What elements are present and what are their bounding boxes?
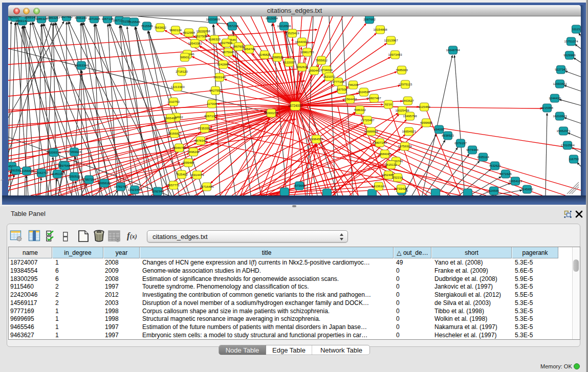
svg-text:15751074: 15751074 (564, 39, 578, 43)
svg-text:164095: 164095 (434, 127, 445, 131)
svg-text:924565: 924565 (489, 189, 499, 192)
svg-text:7515546: 7515546 (141, 24, 153, 28)
svg-text:1965493: 1965493 (164, 116, 177, 120)
svg-text:2718120: 2718120 (176, 70, 188, 73)
svg-text:1615132: 1615132 (385, 163, 397, 166)
svg-text:2803144: 2803144 (213, 75, 226, 79)
svg-text:19166827: 19166827 (167, 132, 182, 135)
svg-text:6216: 6216 (385, 102, 392, 106)
svg-text:6466160: 6466160 (75, 16, 87, 19)
svg-text:2935114: 2935114 (477, 155, 489, 159)
svg-text:13716485: 13716485 (200, 185, 214, 188)
svg-text:7515546: 7515546 (128, 20, 140, 24)
svg-text:12923448: 12923448 (127, 188, 142, 191)
svg-text:12042737: 12042737 (34, 171, 49, 174)
svg-text:1733426: 1733426 (395, 187, 407, 190)
svg-text:1463627: 1463627 (402, 99, 414, 102)
svg-text:9329966: 9329966 (563, 53, 576, 57)
svg-text:16648784: 16648784 (446, 48, 460, 52)
svg-text:1527602: 1527602 (60, 16, 73, 18)
svg-text:10543382: 10543382 (188, 41, 202, 45)
svg-text:746206: 746206 (348, 83, 359, 86)
svg-text:9734024: 9734024 (320, 68, 333, 72)
svg-text:1244419: 1244419 (549, 96, 561, 100)
svg-text:18724007: 18724007 (288, 104, 303, 107)
svg-text:9777169: 9777169 (332, 80, 344, 83)
svg-text:10025438: 10025438 (395, 108, 409, 112)
svg-text:7086322: 7086322 (354, 108, 366, 112)
svg-text:9657771: 9657771 (167, 183, 180, 187)
svg-text:1010753: 1010753 (167, 100, 180, 103)
svg-text:10975887: 10975887 (58, 164, 72, 167)
svg-text:7625402: 7625402 (176, 172, 188, 176)
svg-text:16782759: 16782759 (114, 185, 128, 188)
svg-text:9327504: 9327504 (220, 41, 232, 45)
svg-text:18807249: 18807249 (373, 141, 387, 144)
svg-text:10958107: 10958107 (97, 181, 112, 185)
svg-text:16654923: 16654923 (402, 129, 416, 133)
svg-text:1621072: 1621072 (323, 75, 335, 78)
svg-text:8454749: 8454749 (243, 47, 255, 51)
svg-text:20053346: 20053346 (74, 63, 89, 67)
svg-text:8267130: 8267130 (204, 114, 216, 118)
svg-text:17359924: 17359924 (67, 150, 81, 154)
svg-text:11121: 11121 (572, 27, 581, 31)
svg-text:117006: 117006 (207, 102, 217, 105)
svg-text:687508: 687508 (337, 87, 347, 91)
svg-text:7955812: 7955812 (315, 58, 328, 62)
svg-text:13495798: 13495798 (403, 114, 417, 118)
svg-text:12353594: 12353594 (198, 126, 212, 130)
svg-text:12093822: 12093822 (553, 82, 567, 85)
svg-text:98901: 98901 (181, 55, 190, 59)
svg-text:15720407: 15720407 (360, 118, 375, 122)
svg-text:21564436: 21564436 (343, 97, 357, 101)
svg-text:116753: 116753 (569, 157, 579, 161)
svg-text:12213967: 12213967 (384, 38, 398, 42)
svg-text:9242848: 9242848 (217, 62, 229, 66)
svg-text:16640910: 16640910 (295, 40, 309, 43)
svg-text:9099487: 9099487 (182, 161, 194, 164)
svg-text:3024534: 3024534 (358, 90, 370, 94)
svg-text:1990443: 1990443 (308, 69, 320, 72)
svg-text:10807487: 10807487 (367, 96, 381, 100)
svg-text:16033809: 16033809 (206, 17, 220, 21)
svg-text:8471626: 8471626 (499, 172, 512, 176)
svg-text:7485003: 7485003 (396, 68, 408, 72)
svg-text:16210643: 16210643 (553, 114, 567, 118)
svg-text:12213303: 12213303 (170, 85, 185, 89)
svg-text:9427552: 9427552 (209, 89, 222, 92)
svg-text:10688609: 10688609 (364, 129, 378, 133)
svg-text:9660124: 9660124 (169, 28, 182, 32)
svg-text:7663822: 7663822 (154, 26, 166, 29)
svg-text:16914479: 16914479 (190, 173, 204, 177)
svg-text:9474444: 9474444 (466, 148, 478, 151)
svg-text:10154808: 10154808 (373, 28, 387, 31)
svg-text:9227343: 9227343 (555, 68, 567, 71)
svg-text:1388520: 1388520 (271, 55, 284, 59)
svg-text:252214: 252214 (393, 176, 403, 179)
svg-text:10654112: 10654112 (509, 179, 522, 183)
svg-text:12156829: 12156829 (19, 169, 34, 172)
svg-text:9327505: 9327505 (195, 34, 207, 38)
svg-text:10973493: 10973493 (388, 53, 402, 56)
svg-text:8215958: 8215958 (541, 106, 553, 110)
svg-text:13525419: 13525419 (285, 31, 299, 35)
svg-text:19384554: 19384554 (309, 137, 323, 141)
svg-text:9146821: 9146821 (258, 53, 271, 56)
svg-text:10961755: 10961755 (300, 50, 314, 54)
svg-text:15652971: 15652971 (556, 129, 571, 133)
svg-text:1573648: 1573648 (293, 184, 306, 187)
svg-text:15300275: 15300275 (264, 111, 278, 115)
svg-text:1362615: 1362615 (296, 65, 308, 69)
svg-text:14136141: 14136141 (372, 184, 386, 188)
svg-text:10046786: 10046786 (172, 146, 186, 149)
svg-text:10218506: 10218506 (277, 24, 291, 28)
svg-text:8912954: 8912954 (183, 31, 195, 34)
svg-text:17010504: 17010504 (560, 143, 575, 147)
svg-text:8878342: 8878342 (194, 139, 207, 142)
svg-text:1350515: 1350515 (68, 174, 80, 178)
svg-text:8813054: 8813054 (266, 16, 278, 20)
svg-text:19756928: 19756928 (398, 144, 412, 148)
svg-text:3875645: 3875645 (222, 50, 234, 54)
svg-text:2087682: 2087682 (363, 17, 376, 21)
